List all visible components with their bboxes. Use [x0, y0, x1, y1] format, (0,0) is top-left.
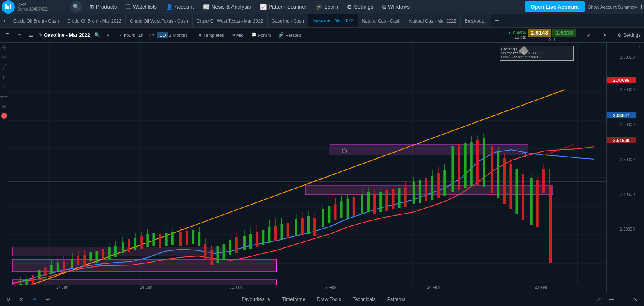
tf-1h[interactable]: 1h	[136, 32, 146, 38]
search-button[interactable]: 🔍	[70, 1, 82, 13]
nav-products[interactable]: ⊞ Products	[85, 2, 121, 12]
undo-button[interactable]: ↩	[43, 295, 52, 304]
rectangle-annotation: Rectangle Start:2022 0203 23:00:00 End:2…	[500, 46, 574, 61]
learn-icon: 🎓	[316, 4, 323, 10]
price-bid[interactable]: 2.6148	[528, 29, 552, 37]
price-ask[interactable]: 2.6238	[552, 29, 576, 37]
svg-rect-66	[146, 234, 149, 247]
crosshair-button[interactable]: ✛	[2, 44, 7, 51]
svg-rect-158	[443, 170, 446, 196]
tab-crude-oil-brent-mar22[interactable]: Crude Oil Brent - Mar 2022	[63, 14, 126, 27]
nav-learn[interactable]: 🎓 Learn	[312, 2, 342, 12]
open-account-button[interactable]: Open Live Account	[525, 1, 585, 12]
related-icon: 🔗	[278, 32, 284, 38]
mid-button[interactable]: ⊗ Mid	[229, 31, 246, 39]
svg-rect-146	[404, 187, 407, 207]
svg-rect-92	[229, 240, 231, 255]
tab-gasoline-cash[interactable]: Gasoline - Cash	[268, 14, 308, 27]
svg-rect-104	[268, 227, 270, 243]
pen-button[interactable]: ✏	[2, 54, 7, 61]
window-buttons: ⤢ _ ✕	[585, 31, 608, 39]
right-panel-btn1[interactable]: ▸	[638, 44, 642, 49]
layout-single-button[interactable]: ▭	[15, 31, 24, 39]
show-summary-link[interactable]: Show Account Summary	[588, 4, 637, 9]
right-panels: ▸	[636, 43, 644, 292]
tab-natural-gas-mar22[interactable]: Natural Gas - Mar 2022	[405, 14, 461, 27]
timeframe-4hours[interactable]: 4 hours	[120, 33, 135, 38]
nav-settings[interactable]: ⚙ Settings	[343, 2, 377, 12]
tab-crude-oil-brent-cash[interactable]: Crude Oil Brent - Cash	[9, 14, 63, 27]
tab-natural-gas-cash[interactable]: Natural Gas - Cash	[358, 14, 405, 27]
patterns-button[interactable]: Patterns	[385, 295, 408, 304]
timeframe-button[interactable]: Timeframe	[280, 295, 308, 304]
tf-1d[interactable]: 1D	[157, 32, 168, 38]
price-280: 2.80000	[620, 55, 635, 60]
favourites-button[interactable]: Favourites ★	[239, 295, 273, 304]
svg-rect-82	[198, 232, 200, 246]
price-260: 2.60000	[620, 122, 635, 127]
zoom-out-button[interactable]: —	[607, 295, 617, 304]
watchlists-icon: ☰	[126, 4, 131, 10]
rect-ann-line2: Start:2022 0203 23:00:00	[501, 51, 572, 55]
tab-crude-oil-west-mar22[interactable]: Crude Oil West Texas - Mar 2022	[193, 14, 268, 27]
fit-button[interactable]: ⤡	[631, 295, 640, 304]
close-button[interactable]: ✕	[601, 31, 609, 39]
nav-pattern[interactable]: 📈 Pattern Scanner	[256, 2, 311, 12]
info-icon[interactable]: ℹ	[640, 4, 642, 10]
refresh-button[interactable]: ↺	[4, 295, 13, 304]
right-indicator-2: 2.08847	[607, 112, 636, 118]
timeframe-2months[interactable]: 2 Months	[169, 33, 187, 38]
svg-rect-50	[95, 251, 98, 263]
tab-prev-button[interactable]: ‹	[0, 14, 9, 27]
svg-rect-148	[413, 182, 415, 204]
tab-bar: ‹ Crude Oil Brent - Cash Crude Oil Brent…	[0, 14, 644, 28]
forum-button[interactable]: 💬 Forum	[249, 31, 274, 39]
nav-news[interactable]: 📰 News & Analysis	[199, 2, 255, 12]
full-screen-button[interactable]: ⤢	[594, 295, 603, 304]
draw-tools-button[interactable]: Draw Tools	[315, 295, 344, 304]
line-button[interactable]: ╱	[2, 64, 6, 70]
sidebar-toggle-button[interactable]: ☰	[3, 31, 12, 39]
chart-search-button[interactable]: 🔍	[92, 31, 102, 39]
tab-crude-oil-west-cash[interactable]: Crude Oil West Texas - Cash	[126, 14, 192, 27]
svg-rect-90	[223, 244, 225, 259]
svg-rect-128	[347, 199, 349, 218]
nav-watchlists[interactable]: ☰ Watchlists	[122, 2, 161, 12]
crosshair-toggle-button[interactable]: ⊘	[17, 295, 26, 304]
maximize-button[interactable]: ⤢	[585, 31, 593, 39]
dot-button[interactable]: ·	[1, 113, 7, 119]
indicator-button[interactable]: ƒ	[2, 74, 6, 80]
svg-rect-24	[12, 247, 227, 256]
svg-rect-178	[509, 164, 512, 209]
tab-add-button[interactable]: +	[491, 14, 503, 27]
separator2	[192, 31, 192, 39]
minimize-button[interactable]: _	[594, 31, 600, 39]
svg-rect-168	[476, 140, 479, 185]
chart-settings-button[interactable]: ⚙ Settings	[617, 32, 641, 38]
zoom-button[interactable]: ⊕	[2, 103, 7, 110]
text-button[interactable]: T	[2, 83, 6, 90]
zoom-in-button[interactable]: +	[620, 295, 628, 304]
tf-4h[interactable]: 4h	[147, 32, 156, 38]
technicals-button[interactable]: Technicals	[350, 295, 378, 304]
svg-rect-140	[385, 190, 388, 211]
svg-rect-68	[152, 233, 155, 246]
nav-windows[interactable]: ⧉ Windows	[378, 2, 414, 12]
nav-pattern-label: Pattern Scanner	[268, 4, 307, 10]
chart-add-button[interactable]: +	[104, 32, 111, 39]
tab-gasoline-mar22[interactable]: Gasoline - Mar 2022	[308, 14, 358, 27]
draw-pencil-button[interactable]: ✏	[30, 295, 39, 304]
svg-rect-182	[522, 174, 524, 220]
related-button[interactable]: 🔗 Related	[276, 31, 303, 39]
nav-windows-label: Windows	[388, 4, 410, 10]
nav-account[interactable]: 👤 Account	[162, 2, 198, 12]
svg-rect-96	[243, 236, 246, 250]
mid-icon: ⊗	[231, 32, 235, 38]
templates-button[interactable]: ⊞ Templates	[196, 31, 227, 39]
tab-breakout[interactable]: Breakout...	[461, 14, 491, 27]
date-31jan: 31 Jan	[229, 285, 242, 290]
measure-button[interactable]: ⟺	[0, 93, 8, 100]
svg-rect-156	[437, 173, 440, 198]
layout-split-button[interactable]: ▬	[26, 32, 36, 39]
chart-svg	[8, 43, 606, 292]
